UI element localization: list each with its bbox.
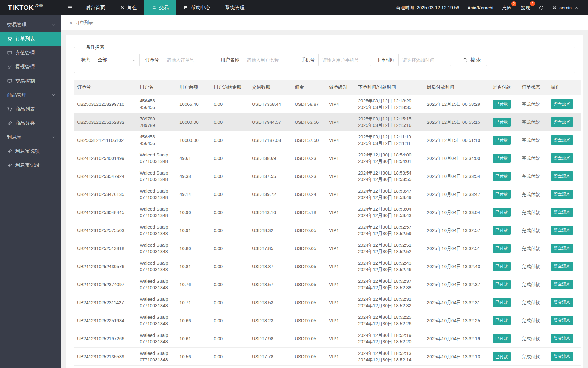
sidebar-group-5[interactable]: 商品管理 [0, 88, 61, 102]
fund-flow-button[interactable]: 资金流水 [551, 171, 573, 181]
order-no-cell: UB2412310252251934 [74, 311, 137, 329]
sidebar-group-8[interactable]: 利息宝 [0, 130, 61, 144]
fund-flow-button[interactable]: 资金流水 [551, 99, 573, 109]
order-time-input[interactable] [398, 54, 451, 66]
sidebar-item-label: 交易控制 [15, 78, 35, 84]
balance-cell: 10.61 [176, 329, 211, 348]
commission-cell: USDT0.23 [292, 167, 326, 185]
last-pay-cell: 2025年12月15日 06:55:15 [424, 113, 490, 131]
user-cell: Waleed Suaip07710031348 [137, 366, 176, 368]
level-cell: VIP4 [326, 95, 355, 113]
admin-menu[interactable]: admin [552, 5, 579, 10]
order-row: UB2412310253048445Waleed Suaip0771003134… [74, 203, 581, 221]
status-cell: 完成付款 [519, 329, 548, 348]
amount-cell: USDT8.32 [249, 221, 292, 239]
fund-flow-button[interactable]: 资金流水 [551, 135, 573, 145]
fund-flow-button[interactable]: 资金流水 [551, 190, 573, 199]
search-panel: 条件搜索 状态 全部 订单号 用户名称 手机号 [74, 44, 575, 73]
search-button-label: 搜 索 [470, 57, 481, 63]
status-cell: 完成付款 [519, 221, 548, 239]
sidebar-item-3[interactable]: 提现管理 [0, 60, 61, 74]
times-cell: 2024年12月30日 18:52:432024年12月30日 18:52:46 [355, 257, 424, 275]
sidebar-item-7[interactable]: 商品分类 [0, 116, 61, 130]
fund-flow-button[interactable]: 资金流水 [551, 262, 573, 271]
sidebar-group-0[interactable]: 交易管理 [0, 18, 61, 32]
column-header: 订单号 [74, 80, 137, 95]
sidebar-item-label: 商品列表 [15, 106, 35, 112]
fund-flow-button[interactable]: 资金流水 [551, 244, 573, 253]
fund-flow-button[interactable]: 资金流水 [551, 316, 573, 325]
order-no-cell: UB2412310252575503 [74, 221, 137, 239]
cart-icon [7, 36, 12, 42]
fund-flow-button[interactable]: 资金流水 [551, 208, 573, 217]
withdraw-button[interactable]: 提现 2 [520, 4, 531, 12]
last-pay-cell: 2025年12月15日 06:58:29 [424, 95, 490, 113]
order-no-cell: UB2412310252135539 [74, 348, 137, 366]
nav-item-label: 角色 [127, 5, 137, 11]
fund-flow-button[interactable]: 资金流水 [551, 298, 573, 307]
user-cell: Waleed Suaip07710031348 [137, 167, 176, 185]
fund-flow-button[interactable]: 资金流水 [551, 226, 573, 235]
commission-cell: USDT0.05 [292, 293, 326, 311]
last-pay-cell: 2025年10月04日 13:32:43 [424, 257, 490, 275]
nav-item-help-center[interactable]: 帮助中心 [176, 0, 218, 15]
frozen-cell: 0.00 [211, 167, 249, 185]
user-cell: Waleed Suaip07710031348 [137, 203, 176, 221]
status-cell: 完成付款 [519, 257, 548, 275]
search-button[interactable]: 搜 索 [457, 54, 487, 66]
status-select[interactable]: 全部 [94, 54, 140, 66]
fund-flow-button[interactable]: 资金流水 [551, 334, 573, 343]
action-cell: 资金流水 [548, 221, 581, 239]
sidebar-item-6[interactable]: 商品列表 [0, 102, 61, 116]
last-pay-cell: 2025年10月04日 13:33:54 [424, 167, 490, 185]
paid-cell: 已付款 [490, 366, 519, 368]
sidebar-item-2[interactable]: 充值管理 [0, 46, 61, 60]
sidebar-item-label: 利息宝记录 [15, 162, 40, 169]
paid-badge: 已付款 [493, 262, 511, 271]
phone-input[interactable] [318, 54, 371, 66]
breadcrumb: » 订单列表 [61, 15, 588, 30]
user-name-input[interactable] [243, 54, 295, 66]
nav-item-system[interactable]: 系统管理 [218, 0, 252, 15]
balance-cell: 10066.40 [176, 95, 211, 113]
frozen-cell: 0.00 [211, 221, 249, 239]
recharge-button[interactable]: 充值 2 [501, 4, 512, 12]
sidebar-item-1[interactable]: 订单列表 [0, 32, 61, 46]
paid-cell: 已付款 [490, 203, 519, 221]
nav-item-trade[interactable]: 交易 [144, 0, 176, 15]
fund-flow-button[interactable]: 资金流水 [551, 280, 573, 289]
user-cell: Waleed Suaip07710031348 [137, 293, 176, 311]
sidebar-item-label: 订单列表 [15, 36, 35, 42]
status-select-value: 全部 [98, 57, 107, 63]
amount-cell: USDT7944.57 [249, 113, 292, 131]
order-no-input[interactable] [163, 54, 215, 66]
fund-flow-button[interactable]: 资金流水 [551, 153, 573, 163]
nav-item-dashboard[interactable]: 后台首页 [78, 0, 113, 15]
frozen-cell: 0.00 [211, 311, 249, 329]
frozen-cell: 0.00 [211, 239, 249, 257]
order-no-cell: UB2412310252513818 [74, 239, 137, 257]
sidebar-toggle-button[interactable] [61, 0, 78, 15]
sidebar-item-4[interactable]: 交易控制 [0, 74, 61, 88]
fund-flow-button[interactable]: 资金流水 [551, 117, 573, 127]
sidebar-item-9[interactable]: 利息宝选项 [0, 144, 61, 158]
level-cell: VIP1 [326, 257, 355, 275]
breadcrumb-marker-icon: » [69, 20, 72, 26]
order-no-cell: UB2412310253048445 [74, 203, 137, 221]
refresh-button[interactable] [539, 5, 544, 10]
nav-item-roles[interactable]: 角色 [113, 0, 144, 15]
sidebar-item-10[interactable]: 利息宝记录 [0, 158, 61, 172]
last-pay-cell: 2025年10月04日 13:33:04 [424, 203, 490, 221]
paid-badge: 已付款 [493, 136, 511, 145]
fund-flow-button[interactable]: 资金流水 [551, 352, 573, 361]
amount-cell: USDT8.81 [249, 366, 292, 368]
balance-cell: 10.96 [176, 203, 211, 221]
commission-cell: USDT57.50 [292, 131, 326, 149]
order-time-label: 下单时间 [376, 57, 395, 63]
comment-icon [7, 50, 12, 56]
admin-label: admin [559, 5, 572, 10]
commission-cell: USDT0.05 [292, 348, 326, 366]
order-row: UB2412310252374097Waleed Suaip0771003134… [74, 275, 581, 293]
user-cell: 456456456456 [137, 131, 176, 149]
brand-logo: TIKTOK V9.99 [0, 0, 61, 15]
